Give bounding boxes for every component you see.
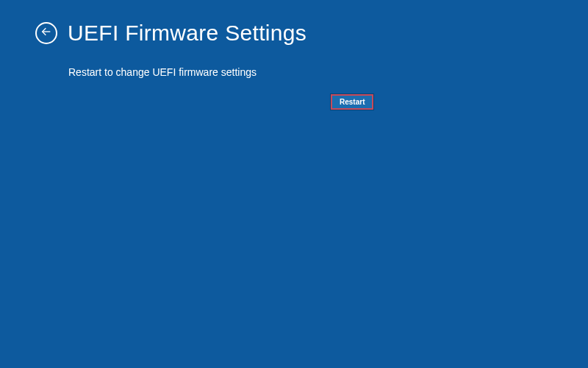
page-header: UEFI Firmware Settings [0, 0, 588, 46]
page-title: UEFI Firmware Settings [68, 21, 306, 46]
back-arrow-icon [40, 26, 52, 40]
description-text: Restart to change UEFI firmware settings [0, 46, 588, 78]
restart-button[interactable]: Restart [331, 94, 373, 110]
back-button[interactable] [35, 22, 57, 44]
